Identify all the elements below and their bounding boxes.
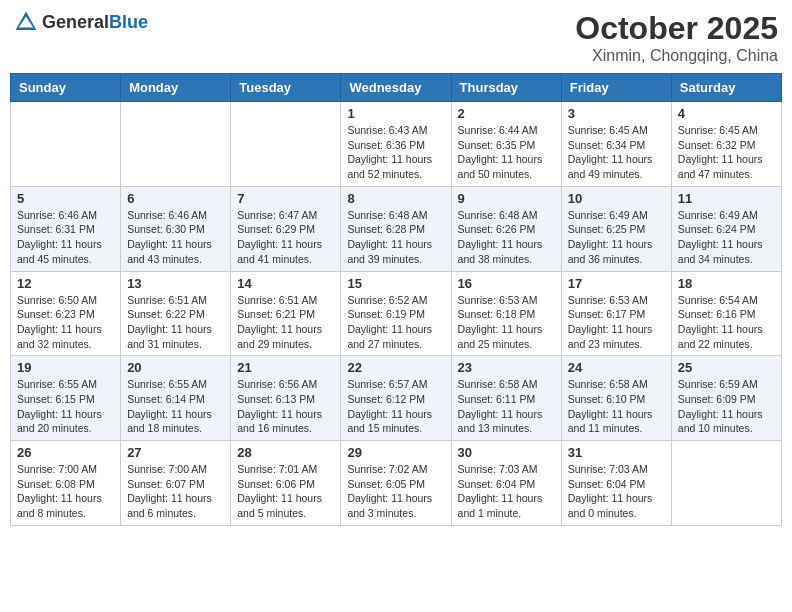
day-number: 13	[127, 276, 224, 291]
day-number: 9	[458, 191, 555, 206]
day-number: 21	[237, 360, 334, 375]
day-info: Sunrise: 6:53 AMSunset: 6:18 PMDaylight:…	[458, 293, 555, 352]
day-number: 17	[568, 276, 665, 291]
day-number: 6	[127, 191, 224, 206]
calendar-week-row: 5Sunrise: 6:46 AMSunset: 6:31 PMDaylight…	[11, 186, 782, 271]
day-number: 11	[678, 191, 775, 206]
day-number: 15	[347, 276, 444, 291]
calendar-cell: 23Sunrise: 6:58 AMSunset: 6:11 PMDayligh…	[451, 356, 561, 441]
calendar-cell: 1Sunrise: 6:43 AMSunset: 6:36 PMDaylight…	[341, 102, 451, 187]
day-number: 24	[568, 360, 665, 375]
day-info: Sunrise: 6:46 AMSunset: 6:30 PMDaylight:…	[127, 208, 224, 267]
logo-icon	[14, 10, 38, 34]
day-info: Sunrise: 6:50 AMSunset: 6:23 PMDaylight:…	[17, 293, 114, 352]
day-number: 5	[17, 191, 114, 206]
calendar-cell	[671, 441, 781, 526]
page-header: GeneralBlue October 2025 Xinmin, Chongqi…	[10, 10, 782, 65]
day-info: Sunrise: 7:03 AMSunset: 6:04 PMDaylight:…	[568, 462, 665, 521]
day-info: Sunrise: 7:03 AMSunset: 6:04 PMDaylight:…	[458, 462, 555, 521]
day-info: Sunrise: 7:01 AMSunset: 6:06 PMDaylight:…	[237, 462, 334, 521]
day-info: Sunrise: 6:58 AMSunset: 6:11 PMDaylight:…	[458, 377, 555, 436]
day-info: Sunrise: 6:58 AMSunset: 6:10 PMDaylight:…	[568, 377, 665, 436]
day-info: Sunrise: 6:49 AMSunset: 6:25 PMDaylight:…	[568, 208, 665, 267]
day-info: Sunrise: 6:48 AMSunset: 6:26 PMDaylight:…	[458, 208, 555, 267]
day-number: 30	[458, 445, 555, 460]
calendar-cell: 20Sunrise: 6:55 AMSunset: 6:14 PMDayligh…	[121, 356, 231, 441]
day-number: 31	[568, 445, 665, 460]
day-info: Sunrise: 6:46 AMSunset: 6:31 PMDaylight:…	[17, 208, 114, 267]
title-area: October 2025 Xinmin, Chongqing, China	[575, 10, 778, 65]
day-info: Sunrise: 6:51 AMSunset: 6:22 PMDaylight:…	[127, 293, 224, 352]
calendar-cell: 24Sunrise: 6:58 AMSunset: 6:10 PMDayligh…	[561, 356, 671, 441]
calendar-day-header: Monday	[121, 74, 231, 102]
day-number: 18	[678, 276, 775, 291]
calendar-cell: 15Sunrise: 6:52 AMSunset: 6:19 PMDayligh…	[341, 271, 451, 356]
calendar-cell: 6Sunrise: 6:46 AMSunset: 6:30 PMDaylight…	[121, 186, 231, 271]
calendar-cell	[231, 102, 341, 187]
day-number: 28	[237, 445, 334, 460]
day-number: 7	[237, 191, 334, 206]
day-number: 20	[127, 360, 224, 375]
day-info: Sunrise: 6:55 AMSunset: 6:14 PMDaylight:…	[127, 377, 224, 436]
calendar-cell: 27Sunrise: 7:00 AMSunset: 6:07 PMDayligh…	[121, 441, 231, 526]
calendar-cell	[11, 102, 121, 187]
calendar-cell: 2Sunrise: 6:44 AMSunset: 6:35 PMDaylight…	[451, 102, 561, 187]
day-number: 10	[568, 191, 665, 206]
calendar-cell	[121, 102, 231, 187]
day-info: Sunrise: 6:52 AMSunset: 6:19 PMDaylight:…	[347, 293, 444, 352]
calendar-cell: 18Sunrise: 6:54 AMSunset: 6:16 PMDayligh…	[671, 271, 781, 356]
calendar-day-header: Sunday	[11, 74, 121, 102]
month-title: October 2025	[575, 10, 778, 47]
calendar-day-header: Friday	[561, 74, 671, 102]
calendar-body: 1Sunrise: 6:43 AMSunset: 6:36 PMDaylight…	[11, 102, 782, 526]
day-info: Sunrise: 6:49 AMSunset: 6:24 PMDaylight:…	[678, 208, 775, 267]
day-number: 23	[458, 360, 555, 375]
day-number: 14	[237, 276, 334, 291]
calendar-cell: 8Sunrise: 6:48 AMSunset: 6:28 PMDaylight…	[341, 186, 451, 271]
calendar-cell: 14Sunrise: 6:51 AMSunset: 6:21 PMDayligh…	[231, 271, 341, 356]
calendar-cell: 10Sunrise: 6:49 AMSunset: 6:25 PMDayligh…	[561, 186, 671, 271]
day-number: 1	[347, 106, 444, 121]
calendar-day-header: Saturday	[671, 74, 781, 102]
calendar-cell: 25Sunrise: 6:59 AMSunset: 6:09 PMDayligh…	[671, 356, 781, 441]
day-info: Sunrise: 6:43 AMSunset: 6:36 PMDaylight:…	[347, 123, 444, 182]
location-title: Xinmin, Chongqing, China	[575, 47, 778, 65]
day-info: Sunrise: 6:48 AMSunset: 6:28 PMDaylight:…	[347, 208, 444, 267]
day-info: Sunrise: 7:00 AMSunset: 6:08 PMDaylight:…	[17, 462, 114, 521]
day-number: 12	[17, 276, 114, 291]
day-info: Sunrise: 6:45 AMSunset: 6:34 PMDaylight:…	[568, 123, 665, 182]
calendar-cell: 7Sunrise: 6:47 AMSunset: 6:29 PMDaylight…	[231, 186, 341, 271]
day-number: 19	[17, 360, 114, 375]
calendar-cell: 19Sunrise: 6:55 AMSunset: 6:15 PMDayligh…	[11, 356, 121, 441]
calendar-week-row: 12Sunrise: 6:50 AMSunset: 6:23 PMDayligh…	[11, 271, 782, 356]
calendar-cell: 16Sunrise: 6:53 AMSunset: 6:18 PMDayligh…	[451, 271, 561, 356]
calendar-day-header: Thursday	[451, 74, 561, 102]
day-number: 8	[347, 191, 444, 206]
calendar-cell: 9Sunrise: 6:48 AMSunset: 6:26 PMDaylight…	[451, 186, 561, 271]
day-info: Sunrise: 6:53 AMSunset: 6:17 PMDaylight:…	[568, 293, 665, 352]
calendar-cell: 28Sunrise: 7:01 AMSunset: 6:06 PMDayligh…	[231, 441, 341, 526]
day-info: Sunrise: 6:59 AMSunset: 6:09 PMDaylight:…	[678, 377, 775, 436]
day-number: 26	[17, 445, 114, 460]
day-number: 27	[127, 445, 224, 460]
day-number: 4	[678, 106, 775, 121]
day-number: 29	[347, 445, 444, 460]
calendar-cell: 30Sunrise: 7:03 AMSunset: 6:04 PMDayligh…	[451, 441, 561, 526]
day-info: Sunrise: 7:02 AMSunset: 6:05 PMDaylight:…	[347, 462, 444, 521]
logo-blue-text: Blue	[109, 12, 148, 32]
calendar-cell: 11Sunrise: 6:49 AMSunset: 6:24 PMDayligh…	[671, 186, 781, 271]
calendar-cell: 17Sunrise: 6:53 AMSunset: 6:17 PMDayligh…	[561, 271, 671, 356]
day-info: Sunrise: 6:51 AMSunset: 6:21 PMDaylight:…	[237, 293, 334, 352]
day-info: Sunrise: 6:55 AMSunset: 6:15 PMDaylight:…	[17, 377, 114, 436]
calendar-day-header: Wednesday	[341, 74, 451, 102]
calendar-cell: 4Sunrise: 6:45 AMSunset: 6:32 PMDaylight…	[671, 102, 781, 187]
day-info: Sunrise: 6:54 AMSunset: 6:16 PMDaylight:…	[678, 293, 775, 352]
calendar-cell: 21Sunrise: 6:56 AMSunset: 6:13 PMDayligh…	[231, 356, 341, 441]
calendar-cell: 31Sunrise: 7:03 AMSunset: 6:04 PMDayligh…	[561, 441, 671, 526]
calendar-header-row: SundayMondayTuesdayWednesdayThursdayFrid…	[11, 74, 782, 102]
day-info: Sunrise: 6:57 AMSunset: 6:12 PMDaylight:…	[347, 377, 444, 436]
calendar-cell: 22Sunrise: 6:57 AMSunset: 6:12 PMDayligh…	[341, 356, 451, 441]
calendar-table: SundayMondayTuesdayWednesdayThursdayFrid…	[10, 73, 782, 526]
day-info: Sunrise: 6:47 AMSunset: 6:29 PMDaylight:…	[237, 208, 334, 267]
calendar-week-row: 26Sunrise: 7:00 AMSunset: 6:08 PMDayligh…	[11, 441, 782, 526]
